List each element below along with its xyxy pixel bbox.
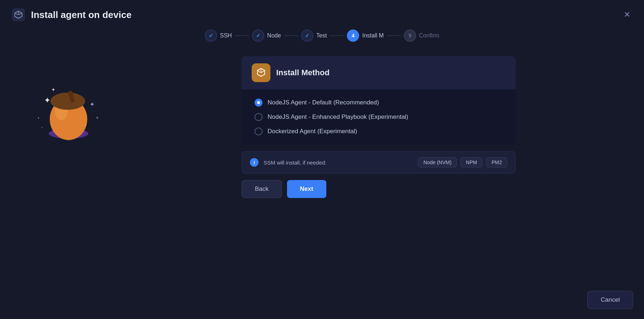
radio-dockerized[interactable] <box>255 127 263 135</box>
card-title: Install Method <box>276 68 330 77</box>
step-number-4: 4 <box>352 33 355 39</box>
install-method-card: Install Method NodeJS Agent - Default (R… <box>242 56 516 145</box>
check-icon: ✓ <box>305 33 309 39</box>
step-label-test: Test <box>316 32 327 39</box>
illustration: ✦ ✦ • ✦ ✦ • • <box>29 67 108 146</box>
cancel-button[interactable]: Cancel <box>587 291 633 309</box>
option-label-0: NodeJS Agent - Default (Recommended) <box>268 99 379 106</box>
step-label-ssh: SSH <box>220 32 232 39</box>
radio-nodejs-enhanced[interactable] <box>255 113 263 121</box>
info-text: SSM will install, if needed: <box>264 160 413 166</box>
steps-bar: ✓ SSH ✓ Node ✓ Test 4 Install M <box>0 26 644 49</box>
modal: Install agent on device ✕ ✓ SSH ✓ Node ✓… <box>0 0 644 319</box>
svg-text:✦: ✦ <box>89 101 95 108</box>
option-nodejs-default[interactable]: NodeJS Agent - Default (Recommended) <box>255 99 503 107</box>
options-section: NodeJS Agent - Default (Recommended) Nod… <box>242 89 516 145</box>
radio-dot <box>257 101 260 104</box>
step-sep-4 <box>387 35 401 36</box>
step-ssh: ✓ SSH <box>205 30 232 42</box>
svg-text:•: • <box>38 116 39 120</box>
svg-text:•: • <box>85 123 86 127</box>
install-method-icon <box>252 63 270 82</box>
step-sep-3 <box>330 35 344 36</box>
step-circle-confirm: 5 <box>404 30 416 42</box>
option-dockerized[interactable]: Dockerized Agent (Experimental) <box>255 127 503 135</box>
step-circle-ssh: ✓ <box>205 30 217 42</box>
step-confirm: 5 Confirm <box>404 30 439 42</box>
tag-node-nvm: Node (NVM) <box>418 157 457 167</box>
modal-body: ✦ ✦ • ✦ ✦ • • <box>0 49 644 319</box>
next-button[interactable]: Next <box>287 180 326 198</box>
svg-text:✦: ✦ <box>96 116 99 120</box>
check-icon: ✓ <box>256 33 260 39</box>
step-number-5: 5 <box>409 33 411 39</box>
buttons-row: Back Next <box>242 180 516 198</box>
svg-point-4 <box>50 93 85 110</box>
app-icon <box>11 7 26 22</box>
info-bar: i SSM will install, if needed: Node (NVM… <box>242 151 516 174</box>
step-label-confirm: Confirm <box>419 32 439 39</box>
step-install-method: 4 Install M <box>347 30 384 42</box>
content-area: Install Method NodeJS Agent - Default (R… <box>242 56 516 198</box>
step-circle-install: 4 <box>347 30 359 42</box>
radio-nodejs-default[interactable] <box>255 99 263 107</box>
step-node: ✓ Node <box>252 30 281 42</box>
card-header: Install Method <box>242 56 516 89</box>
step-circle-node: ✓ <box>252 30 264 42</box>
step-label-install: Install M <box>362 32 384 39</box>
modal-title: Install agent on device <box>31 9 132 21</box>
option-label-1: NodeJS Agent - Enhanced Playbook (Experi… <box>268 113 408 121</box>
tag-pm2: PM2 <box>486 157 507 167</box>
step-circle-test: ✓ <box>301 30 313 42</box>
option-nodejs-enhanced[interactable]: NodeJS Agent - Enhanced Playbook (Experi… <box>255 113 503 121</box>
back-button[interactable]: Back <box>242 180 282 198</box>
title-area: Install agent on device <box>11 7 132 22</box>
svg-text:✦: ✦ <box>51 87 56 93</box>
svg-text:•: • <box>41 126 43 129</box>
option-label-2: Dockerized Agent (Experimental) <box>268 128 357 135</box>
step-test: ✓ Test <box>301 30 327 42</box>
tag-list: Node (NVM) NPM PM2 <box>418 157 507 167</box>
close-button[interactable]: ✕ <box>621 9 633 20</box>
info-icon: i <box>250 158 259 167</box>
tag-npm: NPM <box>460 157 482 167</box>
step-sep-2 <box>284 35 298 36</box>
svg-text:✦: ✦ <box>44 96 50 105</box>
modal-header: Install agent on device ✕ <box>0 0 644 26</box>
step-label-node: Node <box>267 32 281 39</box>
check-icon: ✓ <box>209 33 213 39</box>
step-sep-1 <box>235 35 249 36</box>
